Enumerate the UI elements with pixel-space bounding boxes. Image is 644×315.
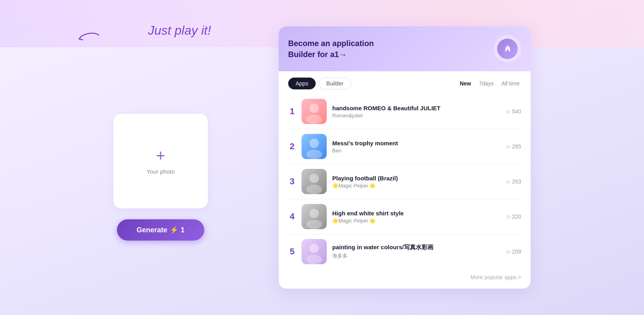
app-info: handsome ROMEO & Beautiful JULIET Romeo&… <box>332 105 502 119</box>
app-author: 🌟Magic Peipei 🌟 <box>332 218 502 224</box>
play-triangle-icon: ▷ <box>507 109 511 114</box>
play-count: 540 <box>512 108 521 115</box>
svg-point-1 <box>309 104 319 113</box>
svg-point-2 <box>306 115 322 124</box>
tabs-group: Apps Builder <box>288 78 351 89</box>
rank-num: 1 <box>288 106 296 117</box>
svg-point-11 <box>306 220 322 229</box>
app-plays: ▷ 540 <box>507 108 521 115</box>
play-triangle-icon: ▷ <box>507 144 511 149</box>
banner-line1: Become an application <box>288 39 374 48</box>
app-title: painting in water colours/写真水彩画 <box>332 244 502 251</box>
plus-icon: + <box>156 148 165 163</box>
app-info: Messi's trophy moment Ben <box>332 140 502 154</box>
app-plays: ▷ 220 <box>507 213 521 220</box>
svg-point-7 <box>309 174 319 183</box>
svg-point-13 <box>309 244 319 253</box>
handwriting-label: Just play it! <box>148 23 211 38</box>
main-wrapper: Just play it! + Your photo Generate ⚡ 1 <box>0 0 644 315</box>
play-triangle-icon: ▷ <box>507 214 511 219</box>
app-plays: ▷ 263 <box>507 178 521 185</box>
filter-new[interactable]: New <box>458 80 473 87</box>
svg-point-4 <box>309 139 319 148</box>
play-triangle-icon: ▷ <box>507 249 511 254</box>
generate-button[interactable]: Generate ⚡ 1 <box>117 219 204 241</box>
app-info: Playing football (Brazil) 🌟Magic Peipei … <box>332 175 502 189</box>
left-panel: Just play it! + Your photo Generate ⚡ 1 <box>66 74 255 241</box>
banner-decoration: ₳ <box>494 35 521 63</box>
app-row-3[interactable]: 3 Playing football (Brazil) 🌟Magic Peipe… <box>288 164 521 199</box>
app-thumbnail <box>302 204 327 229</box>
more-link-container: More popular apps > <box>279 269 531 281</box>
app-row-2[interactable]: 2 Messi's trophy moment Ben ▷ 265 <box>288 129 521 164</box>
filter-alltime[interactable]: All time <box>500 80 521 87</box>
content-area: Just play it! + Your photo Generate ⚡ 1 <box>66 26 578 289</box>
tab-apps[interactable]: Apps <box>288 78 316 89</box>
filter-7days[interactable]: 7days <box>477 80 495 87</box>
generate-credits: 1 <box>181 226 185 234</box>
app-thumbnail <box>302 99 327 124</box>
tab-builder[interactable]: Builder <box>319 78 351 89</box>
more-popular-apps-link[interactable]: More popular apps > <box>470 274 521 280</box>
app-info: painting in water colours/写真水彩画 海多多 <box>332 244 502 259</box>
app-author: Romeo&juliet <box>332 113 502 119</box>
app-row-5[interactable]: 5 painting in water colours/写真水彩画 海多多 ▷ … <box>288 234 521 269</box>
app-author: 🌟Magic Peipei 🌟 <box>332 183 502 189</box>
coin-icon: ₳ <box>497 39 518 59</box>
play-count: 220 <box>512 213 521 220</box>
rank-num: 5 <box>288 246 296 257</box>
photo-label: Your photo <box>146 168 175 175</box>
app-row-1[interactable]: 1 handsome ROMEO & Beautiful JULIET Rome… <box>288 94 521 129</box>
app-thumbnail <box>302 169 327 194</box>
tabs-filter-row: Apps Builder New 7days All time <box>279 71 531 93</box>
rank-num: 2 <box>288 141 296 152</box>
rank-num: 3 <box>288 176 296 187</box>
play-count: 265 <box>512 143 521 150</box>
svg-point-14 <box>306 255 322 264</box>
handwriting-text: Just play it! <box>148 23 211 38</box>
app-title: High end white shirt style <box>332 210 502 217</box>
app-author: 海多多 <box>332 252 502 259</box>
app-row-4[interactable]: 4 High end white shirt style 🌟Magic Peip… <box>288 199 521 234</box>
app-thumbnail <box>302 239 327 264</box>
play-count: 209 <box>512 248 521 255</box>
app-author: Ben <box>332 148 502 154</box>
svg-point-5 <box>306 150 322 159</box>
generate-label: Generate <box>137 226 167 234</box>
apps-list: 1 handsome ROMEO & Beautiful JULIET Rome… <box>279 93 531 269</box>
banner-text: Become an application Builder for a1→ <box>288 38 374 60</box>
app-info: High end white shirt style 🌟Magic Peipei… <box>332 210 502 224</box>
play-triangle-icon: ▷ <box>507 179 511 184</box>
filter-group: New 7days All time <box>458 80 521 87</box>
app-thumbnail <box>302 134 327 159</box>
app-title: handsome ROMEO & Beautiful JULIET <box>332 105 502 111</box>
photo-upload-box[interactable]: + Your photo <box>113 114 208 208</box>
right-panel: Become an application Builder for a1→ ₳ … <box>279 26 531 289</box>
svg-point-8 <box>306 185 322 194</box>
app-title: Messi's trophy moment <box>332 140 502 146</box>
banner[interactable]: Become an application Builder for a1→ ₳ <box>279 26 531 71</box>
rank-num: 4 <box>288 211 296 222</box>
app-plays: ▷ 209 <box>507 248 521 255</box>
svg-point-10 <box>309 209 319 218</box>
banner-line2: Builder for a1→ <box>288 50 347 59</box>
bolt-icon: ⚡ <box>170 226 178 234</box>
app-plays: ▷ 265 <box>507 143 521 150</box>
app-title: Playing football (Brazil) <box>332 175 502 182</box>
play-count: 263 <box>512 178 521 185</box>
